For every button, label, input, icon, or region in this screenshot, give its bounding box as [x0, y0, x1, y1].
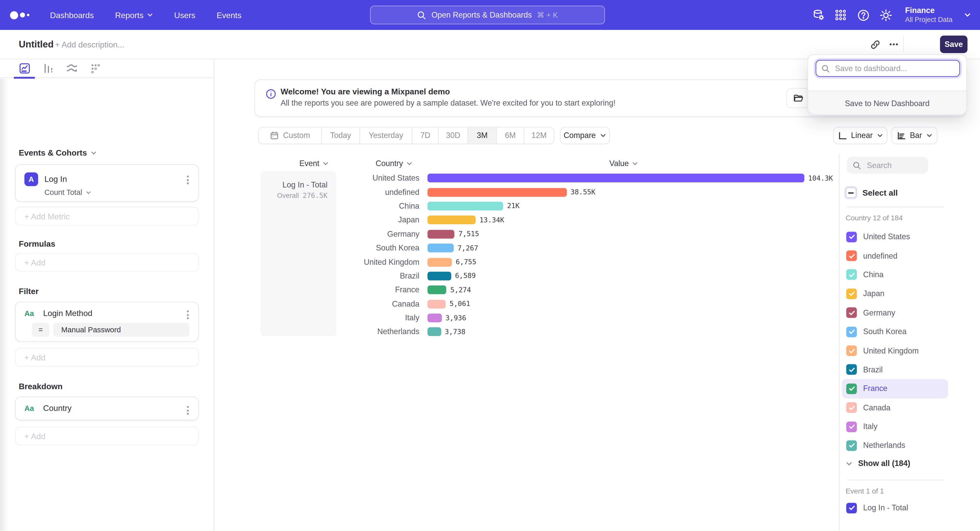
section-events-cohorts[interactable]: Events & Cohorts: [19, 148, 97, 157]
bar-segment[interactable]: [428, 244, 454, 252]
country-filter-row[interactable]: undefined: [842, 246, 948, 265]
column-header-event[interactable]: Event: [299, 159, 329, 168]
select-all-checkbox[interactable]: [845, 187, 856, 198]
segment-checkbox[interactable]: [846, 383, 857, 394]
segment-checkbox[interactable]: [846, 327, 857, 337]
event-series-card[interactable]: Log In - Total Overall 276.5K: [261, 171, 336, 336]
add-breakdown-button[interactable]: + Add: [15, 427, 199, 445]
save-dashboard-input[interactable]: [834, 63, 955, 73]
bar-segment[interactable]: [428, 258, 452, 266]
help-icon[interactable]: [856, 8, 870, 22]
mixpanel-logo-icon[interactable]: [10, 11, 32, 19]
settings-gear-icon[interactable]: [879, 8, 893, 22]
segment-search-input[interactable]: [865, 160, 922, 170]
segment-checkbox[interactable]: [846, 269, 857, 280]
bar-segment[interactable]: [428, 314, 442, 322]
bar-segment[interactable]: [428, 272, 451, 280]
save-dashboard-search-field[interactable]: [816, 60, 960, 77]
filter-operator-dropdown[interactable]: =: [32, 323, 49, 337]
more-actions-icon[interactable]: [886, 37, 901, 52]
country-filter-row[interactable]: France: [842, 379, 948, 398]
tab-retention[interactable]: [89, 62, 103, 75]
segment-checkbox[interactable]: [846, 503, 857, 514]
save-to-new-dashboard-button[interactable]: Save to New Dashboard: [808, 90, 966, 115]
segment-search-field[interactable]: [847, 157, 928, 174]
save-button[interactable]: Save: [940, 36, 967, 53]
country-filter-row[interactable]: United Kingdom: [842, 341, 948, 360]
bar-segment[interactable]: [428, 174, 804, 182]
metric-event-name[interactable]: Log In: [45, 174, 67, 184]
event-filter-row[interactable]: Log In - Total: [842, 498, 948, 517]
bar-segment[interactable]: [428, 230, 455, 238]
apps-grid-icon[interactable]: [834, 8, 848, 22]
range-yesterday[interactable]: Yesterday: [360, 127, 412, 144]
breakdown-kebab-icon[interactable]: [185, 404, 191, 417]
range-30d[interactable]: 30D: [438, 127, 468, 144]
country-filter-row[interactable]: Japan: [842, 284, 948, 303]
segment-checkbox[interactable]: [846, 308, 857, 318]
breakdown-property-name[interactable]: Country: [43, 404, 72, 413]
country-filter-row[interactable]: Brazil: [842, 360, 948, 379]
bar-segment[interactable]: [428, 202, 503, 211]
country-filter-row[interactable]: United States: [842, 227, 948, 246]
country-filter-row[interactable]: Netherlands: [842, 436, 948, 455]
chart-scale-dropdown[interactable]: Linear: [833, 127, 887, 144]
bar-segment[interactable]: [428, 328, 441, 336]
country-filter-row[interactable]: Canada: [842, 398, 948, 417]
segment-checkbox[interactable]: [846, 250, 857, 261]
project-switcher[interactable]: Finance All Project Data: [905, 6, 953, 24]
segment-checkbox[interactable]: [846, 346, 857, 356]
add-metric-button[interactable]: + Add Metric: [15, 207, 199, 225]
segment-checkbox[interactable]: [846, 231, 857, 242]
add-filter-button[interactable]: + Add: [15, 348, 199, 366]
metric-card-log-in[interactable]: A Log In Count Total: [15, 164, 199, 202]
tab-flows[interactable]: [65, 62, 79, 75]
filter-value-field[interactable]: Manual Password: [53, 323, 189, 337]
add-description-button[interactable]: + Add description...: [55, 40, 124, 49]
country-filter-row[interactable]: South Korea: [842, 322, 948, 341]
metric-kebab-icon[interactable]: [185, 174, 191, 186]
country-filter-row[interactable]: China: [842, 265, 948, 284]
range-6m[interactable]: 6M: [496, 127, 524, 144]
compare-dropdown[interactable]: Compare: [560, 127, 610, 144]
segment-checkbox[interactable]: [846, 403, 857, 413]
segment-checkbox[interactable]: [846, 288, 857, 299]
nav-item-dashboards[interactable]: Dashboards: [50, 10, 94, 20]
chart-bar-row: undefined38.55K: [341, 185, 833, 199]
bar-segment[interactable]: [428, 188, 567, 197]
segment-checkbox[interactable]: [846, 440, 857, 451]
project-chevron-down-icon[interactable]: [964, 11, 971, 19]
bar-segment[interactable]: [428, 300, 446, 308]
range-12m[interactable]: 12M: [524, 127, 554, 144]
bar-segment[interactable]: [428, 286, 447, 294]
nav-item-reports[interactable]: Reports: [115, 10, 153, 20]
range-7d[interactable]: 7D: [412, 127, 438, 144]
segment-checkbox[interactable]: [846, 421, 857, 432]
country-filter-row[interactable]: Germany: [842, 303, 948, 322]
segment-checkbox[interactable]: [846, 365, 857, 375]
filter-property-name[interactable]: Login Method: [43, 309, 92, 318]
nav-item-events[interactable]: Events: [217, 10, 242, 20]
report-title[interactable]: Untitled: [19, 39, 54, 49]
global-search-button[interactable]: Open Reports & Dashboards ⌘ + K: [370, 6, 605, 24]
metric-aggregation-dropdown[interactable]: Count Total: [45, 188, 91, 197]
show-all-toggle[interactable]: Show all (184): [845, 459, 910, 468]
column-header-country[interactable]: Country: [375, 159, 412, 168]
chart-type-dropdown[interactable]: Bar: [891, 127, 937, 144]
tab-insights[interactable]: [18, 62, 32, 75]
nav-item-users[interactable]: Users: [174, 10, 195, 20]
range-custom[interactable]: Custom: [259, 127, 321, 144]
filter-kebab-icon[interactable]: [185, 309, 191, 321]
country-filter-row[interactable]: Italy: [842, 417, 948, 436]
tab-funnels[interactable]: [41, 62, 55, 75]
breakdown-card-country[interactable]: Aa Country: [15, 396, 199, 420]
select-all-row[interactable]: Select all: [845, 187, 897, 198]
copy-link-icon[interactable]: [867, 37, 883, 52]
add-formula-button[interactable]: + Add: [15, 253, 199, 272]
range-today[interactable]: Today: [321, 127, 360, 144]
filter-card-login-method[interactable]: Aa Login Method = Manual Password: [15, 302, 199, 342]
data-management-icon[interactable]: [811, 8, 825, 22]
bar-segment[interactable]: [428, 216, 476, 224]
range-3m[interactable]: 3M: [468, 127, 496, 144]
column-header-value[interactable]: Value: [609, 159, 638, 168]
